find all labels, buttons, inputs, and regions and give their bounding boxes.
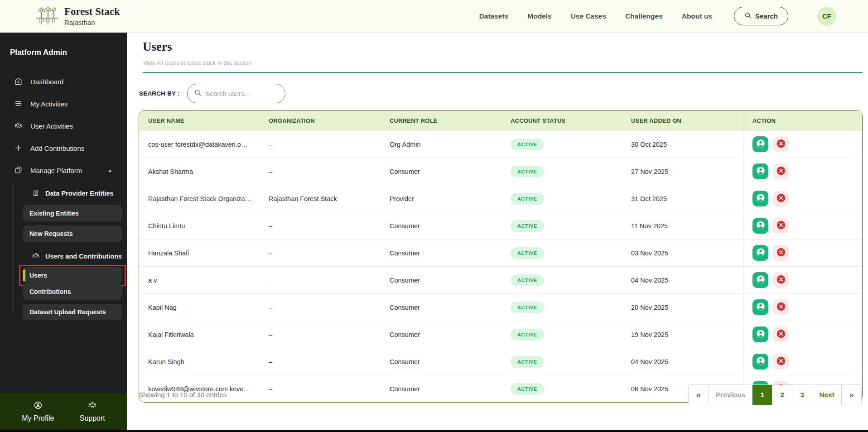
table-header-row: USER NAME ORGANIZATION CURRENT ROLE ACCO… (139, 110, 862, 130)
cell-status: ACTIVE (511, 247, 631, 259)
user-avatar[interactable]: CF (817, 7, 836, 26)
table-row: Kajal Fitkiriwala – Consumer ACTIVE 19 N… (139, 321, 862, 348)
cell-action (743, 294, 862, 321)
people-icon (88, 401, 97, 412)
view-user-button[interactable] (752, 299, 768, 315)
sidebar-footer: My Profile Support (0, 394, 127, 430)
global-search-button[interactable]: Search (734, 7, 788, 25)
user-profile-icon (756, 356, 766, 367)
sidebar-item-my-activities[interactable]: My Activities (0, 93, 127, 115)
view-user-button[interactable] (752, 326, 768, 342)
status-badge: ACTIVE (511, 302, 544, 313)
table-row: a v – Consumer ACTIVE 04 Nov 2025 (139, 266, 862, 293)
deactivate-user-button[interactable] (773, 163, 789, 179)
column-header-current-role: CURRENT ROLE (390, 117, 511, 124)
cell-action (743, 212, 862, 239)
entries-count-label: Showing 1 to 10 of 30 entries (139, 384, 227, 398)
table-row: Chintu Limtu – Consumer ACTIVE 11 Nov 20… (139, 212, 862, 239)
view-user-button[interactable] (752, 163, 768, 179)
deactivate-user-button[interactable] (773, 299, 789, 315)
cell-action (743, 158, 862, 185)
table-row: Hanzala Shafi – Consumer ACTIVE 03 Nov 2… (139, 239, 862, 266)
cell-username: a v (148, 277, 269, 284)
delete-user-icon (776, 356, 786, 367)
pagination-previous-button[interactable]: Previous (709, 385, 752, 405)
cell-role: Provider (390, 195, 511, 202)
submenu-group-users-and-contributions[interactable]: Users and Contributions (0, 247, 127, 265)
cell-role: Consumer (390, 331, 511, 338)
cell-added-on: 03 Nov 2025 (631, 250, 743, 257)
nav-item-about-us[interactable]: About us (682, 12, 712, 20)
chevron-up-icon[interactable]: ▲ (108, 168, 112, 173)
nav-item-models[interactable]: Models (527, 12, 551, 20)
deactivate-user-button[interactable] (773, 191, 789, 206)
cell-status: ACTIVE (511, 220, 631, 232)
nav-item-datasets[interactable]: Datasets (479, 12, 509, 20)
sidebar-footer-support[interactable]: Support (80, 401, 105, 422)
submenu-item-users-active[interactable]: Users (23, 267, 122, 283)
cell-added-on: 30 Oct 2025 (631, 141, 743, 148)
delete-user-icon (776, 302, 786, 313)
deactivate-user-button[interactable] (773, 272, 789, 288)
deactivate-user-button[interactable] (773, 136, 789, 152)
cell-added-on: 11 Nov 2025 (631, 222, 743, 230)
table-row: cos-user forestdx@datakaveri.o… – Org Ad… (139, 130, 862, 158)
cell-added-on: 31 Oct 2025 (631, 195, 743, 202)
sidebar-item-add-contributions[interactable]: Add Contributions (0, 137, 127, 159)
deactivate-user-button[interactable] (773, 354, 789, 370)
search-by-label: SEARCH BY : (139, 90, 180, 97)
sidebar-heading: Platform Admin (0, 33, 127, 57)
delete-user-icon (776, 274, 786, 286)
cell-action (743, 240, 862, 266)
deactivate-user-button[interactable] (773, 218, 789, 234)
view-user-button[interactable] (752, 218, 768, 234)
submenu-item-contributions[interactable]: Contributions (23, 283, 122, 300)
view-user-button[interactable] (752, 245, 768, 261)
nav-item-challenges[interactable]: Challenges (625, 12, 663, 20)
status-badge: ACTIVE (511, 247, 544, 259)
cell-organization: – (269, 277, 390, 284)
pagination-page-1[interactable]: 1 (752, 385, 772, 405)
cell-status: ACTIVE (511, 193, 631, 205)
section-divider (143, 72, 863, 73)
nav-item-use-cases[interactable]: Use Cases (571, 12, 606, 20)
brand-logo[interactable]: Forest Stack Rajasthan (35, 5, 120, 28)
sidebar-item-manage-platform[interactable]: Manage Platform ▲ (0, 159, 127, 182)
cell-organization: – (269, 168, 390, 175)
view-user-button[interactable] (752, 354, 768, 370)
sidebar-footer-my-profile[interactable]: My Profile (22, 401, 54, 422)
sidebar-nav: Dashboard My Activities User Activities … (0, 71, 127, 320)
view-user-button[interactable] (752, 136, 768, 152)
submenu-item-new-requests[interactable]: New Requests (23, 226, 122, 242)
sidebar-item-user-activities[interactable]: User Activities (0, 115, 127, 137)
brand-title: Forest Stack (64, 6, 120, 17)
deactivate-user-button[interactable] (773, 326, 789, 342)
column-header-user-added-on: USER ADDED ON (631, 117, 743, 124)
status-badge: ACTIVE (511, 139, 544, 150)
users-search-input[interactable] (206, 90, 279, 97)
view-user-button[interactable] (752, 272, 768, 288)
menu-icon (14, 99, 23, 109)
table-footer: Showing 1 to 10 of 30 entries « Previous… (139, 384, 862, 405)
pagination-first-button[interactable]: « (689, 385, 709, 405)
pagination-page-2[interactable]: 2 (772, 385, 792, 405)
submenu-item-dataset-upload-requests[interactable]: Dataset Upload Requests (23, 304, 122, 320)
status-badge: ACTIVE (511, 329, 544, 341)
users-search-field[interactable] (187, 84, 285, 103)
main-content: Users View All Users in forest stack in … (127, 33, 868, 432)
view-user-button[interactable] (752, 191, 768, 206)
search-icon (744, 12, 752, 20)
table-body: cos-user forestdx@datakaveri.o… – Org Ad… (139, 130, 862, 402)
deactivate-user-button[interactable] (773, 245, 789, 261)
pagination-page-3[interactable]: 3 (792, 385, 812, 405)
cell-organization: – (269, 141, 390, 148)
pagination-last-button[interactable]: » (841, 385, 861, 405)
submenu-group-data-provider-entities[interactable]: Data Provider Entities (0, 184, 127, 202)
user-profile-icon (756, 302, 766, 313)
sidebar-item-dashboard[interactable]: Dashboard (0, 71, 127, 93)
submenu-item-existing-entities[interactable]: Existing Entities (23, 205, 122, 221)
forest-stack-logo-icon (35, 5, 59, 28)
cell-role: Consumer (390, 168, 511, 175)
pagination-next-button[interactable]: Next (812, 385, 841, 405)
plus-icon (14, 144, 23, 154)
